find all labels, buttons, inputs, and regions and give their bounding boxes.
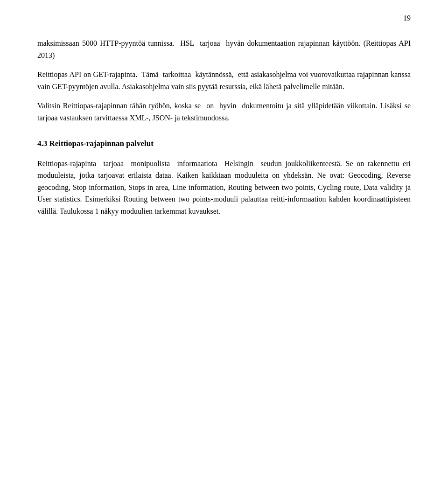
paragraph-3: Valitsin Reittiopas-rajapinnan tähän työ… (37, 100, 411, 124)
paragraph-5: Reittiopas-rajapinta tarjoaa monipuolist… (37, 158, 411, 217)
paragraph-1: maksimissaan 5000 HTTP-pyyntöä tunnissa.… (37, 37, 411, 61)
section-heading-4-3: 4.3 Reittiopas-rajapinnan palvelut (37, 139, 411, 148)
paragraph-2: Reittiopas API on GET-rajapinta. Tämä ta… (37, 69, 411, 92)
content-area: maksimissaan 5000 HTTP-pyyntöä tunnissa.… (37, 37, 411, 217)
page-container: 19 maksimissaan 5000 HTTP-pyyntöä tunnis… (0, 0, 448, 502)
page-number: 19 (403, 14, 411, 22)
